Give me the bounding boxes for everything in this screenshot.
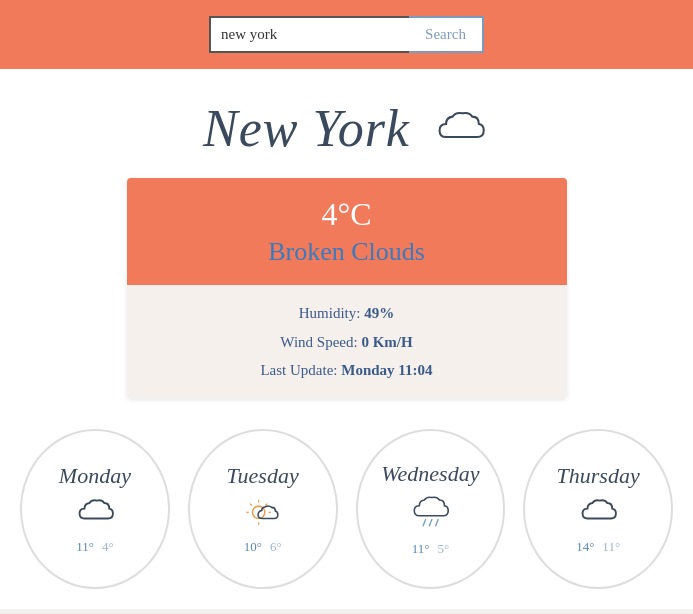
condition-display: Broken Clouds xyxy=(147,237,547,267)
forecast-high: 14° xyxy=(576,539,594,555)
svg-line-8 xyxy=(430,519,433,525)
partly-sunny-icon xyxy=(241,495,285,529)
wind-value: 0 Km/H xyxy=(361,334,412,350)
forecast-day: Tuesday xyxy=(227,463,299,489)
city-name: New York xyxy=(203,99,410,158)
cloud-rain-icon xyxy=(408,493,452,531)
forecast-card: Tuesday 10° 6° xyxy=(188,429,338,589)
weather-details: Humidity: 49% Wind Speed: 0 Km/H Last Up… xyxy=(127,285,567,399)
update-value: Monday 11:04 xyxy=(341,362,432,378)
forecast-card: Thursday 14° 11° xyxy=(523,429,673,589)
weather-card: 4°C Broken Clouds Humidity: 49% Wind Spe… xyxy=(127,178,567,399)
forecast-temps: 11° 4° xyxy=(76,539,113,555)
city-cloud-icon xyxy=(430,106,490,151)
humidity-value: 49% xyxy=(364,305,394,321)
wind-label: Wind Speed: xyxy=(280,334,357,350)
forecast-low: 4° xyxy=(102,539,114,555)
update-row: Last Update: Monday 11:04 xyxy=(147,356,547,385)
forecast-icon-container xyxy=(73,495,117,533)
cloud-icon xyxy=(73,495,117,529)
forecast-high: 11° xyxy=(412,541,430,557)
header: Search xyxy=(0,0,693,69)
city-section: New York xyxy=(0,69,693,168)
forecast-icon-container xyxy=(576,495,620,533)
footer: Open source-code created by Sofija xyxy=(0,609,693,615)
temperature-display: 4°C xyxy=(147,196,547,233)
forecast-low: 11° xyxy=(602,539,620,555)
forecast-high: 10° xyxy=(244,539,262,555)
forecast-day: Wednesday xyxy=(381,461,479,487)
forecast-icon-container xyxy=(241,495,285,533)
search-button[interactable]: Search xyxy=(409,16,484,53)
svg-line-9 xyxy=(436,519,439,525)
search-input[interactable] xyxy=(209,16,409,53)
svg-line-7 xyxy=(423,519,426,525)
wind-row: Wind Speed: 0 Km/H xyxy=(147,328,547,357)
weather-main: 4°C Broken Clouds xyxy=(127,178,567,285)
update-label: Last Update: xyxy=(260,362,337,378)
forecast-temps: 11° 5° xyxy=(412,541,449,557)
humidity-row: Humidity: 49% xyxy=(147,299,547,328)
forecast-low: 5° xyxy=(437,541,449,557)
svg-line-6 xyxy=(265,503,267,505)
forecast-temps: 10° 6° xyxy=(244,539,282,555)
forecast-day: Monday xyxy=(59,463,131,489)
forecast-section: Monday 11° 4° Tuesday 10° 6° Wednesday xyxy=(0,419,693,609)
forecast-low: 6° xyxy=(270,539,282,555)
svg-line-5 xyxy=(250,503,252,505)
cloud-icon xyxy=(576,495,620,529)
forecast-high: 11° xyxy=(76,539,94,555)
forecast-icon-container xyxy=(408,493,452,535)
forecast-card: Monday 11° 4° xyxy=(20,429,170,589)
humidity-label: Humidity: xyxy=(299,305,361,321)
forecast-day: Thursday xyxy=(557,463,640,489)
forecast-temps: 14° 11° xyxy=(576,539,620,555)
forecast-card: Wednesday 11° 5° xyxy=(356,429,506,589)
